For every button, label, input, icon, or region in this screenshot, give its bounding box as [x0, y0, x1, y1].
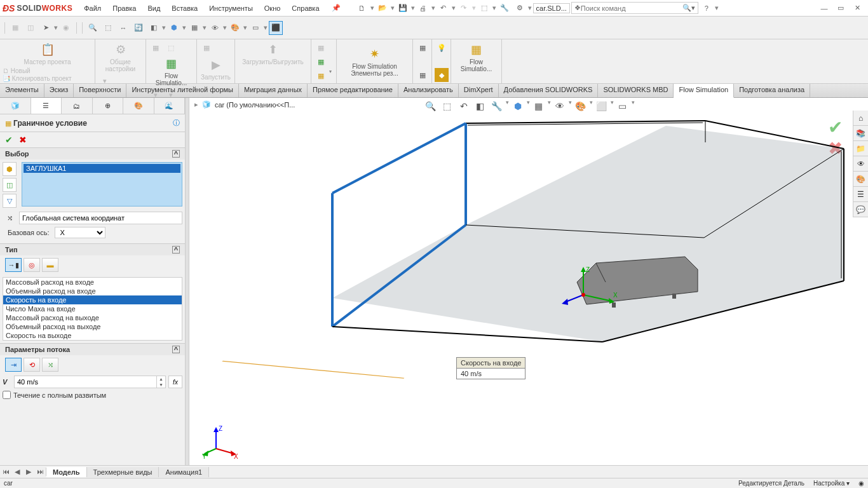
tb-btn-1[interactable]: ▦: [8, 21, 22, 35]
search-input[interactable]: [581, 4, 695, 12]
cancel-button[interactable]: ✖: [19, 135, 27, 145]
dyn-anno-icon[interactable]: 🔧: [489, 99, 505, 113]
bc-opt-6[interactable]: Скорость на выходе: [3, 331, 182, 340]
flyout-tree[interactable]: ▸ 🧊 car (По умолчанию<<П...: [194, 100, 295, 109]
3d-viewport[interactable]: ▸ 🧊 car (По умолчанию<<П... 🔍 ⬚ ↶ ◧ 🔧▾ ⬢…: [189, 98, 868, 465]
hide-show-hu-icon[interactable]: 👁: [552, 99, 567, 113]
scene-hu-icon[interactable]: ⬜: [594, 99, 609, 113]
ribbon-small-a[interactable]: ▦: [416, 41, 430, 55]
bc-type-flow-in[interactable]: →▮: [5, 258, 22, 272]
orientation-triad[interactable]: Z X Y: [202, 422, 240, 460]
tab-nav-next[interactable]: ▶: [23, 468, 34, 476]
flow-sim-button[interactable]: ▦Flow Simulatio...: [149, 55, 194, 88]
bc-opt-2[interactable]: Скорость на входе: [3, 295, 182, 304]
perspective-icon[interactable]: ⬛: [269, 21, 283, 35]
tab-nav-first[interactable]: ⏮: [0, 468, 11, 476]
help-icon[interactable]: ?: [700, 1, 714, 15]
selection-section-header[interactable]: Выбор ^: [0, 148, 185, 159]
bottom-tab-animation[interactable]: Анимация1: [159, 467, 209, 477]
menu-help[interactable]: Справка: [287, 3, 324, 14]
tab-evaluate[interactable]: Анализировать: [398, 84, 459, 97]
boundary-callout[interactable]: Скорость на входе 40 m/s: [456, 357, 526, 379]
tab-nav-prev[interactable]: ◀: [11, 468, 23, 476]
flow-dir-normal[interactable]: ⇥: [5, 358, 22, 372]
flow-dir-3d[interactable]: ⤭: [42, 358, 58, 372]
ribbon-small-b[interactable]: ▦: [416, 68, 430, 82]
hide-show-icon[interactable]: 👁: [208, 21, 222, 35]
scene-icon[interactable]: 🎨: [228, 21, 242, 35]
tab-features[interactable]: Элементы: [0, 84, 44, 97]
selected-face-item[interactable]: ЗАГЛУШКА1: [24, 164, 180, 173]
search-icon[interactable]: 🔍▾: [682, 4, 695, 12]
section-icon[interactable]: ◧: [147, 21, 161, 35]
collapse-icon[interactable]: ^: [172, 346, 180, 353]
pin-icon[interactable]: 📌: [330, 2, 342, 14]
menu-window[interactable]: Окно: [259, 3, 286, 14]
undo-icon[interactable]: ↶: [437, 1, 451, 15]
type-section-header[interactable]: Тип ^: [0, 244, 185, 255]
tb-btn-2[interactable]: ◫: [24, 21, 37, 35]
tab-migration[interactable]: Миграция данных: [239, 84, 308, 97]
bottom-tab-3dviews[interactable]: Трехмерные виды: [87, 467, 159, 477]
coord-system-input[interactable]: [19, 212, 182, 224]
flow-dir-swirl[interactable]: ⟲: [24, 358, 40, 372]
fully-developed-checkbox[interactable]: [3, 391, 11, 399]
prop-tab-flow[interactable]: 🌊: [154, 98, 186, 114]
tab-nav-last[interactable]: ⏭: [34, 468, 46, 476]
redo-icon[interactable]: ↷: [457, 1, 471, 15]
zoom-area-hu-icon[interactable]: ⬚: [440, 99, 455, 113]
zoom-area-icon[interactable]: ⬚: [101, 21, 115, 35]
select-icon[interactable]: ⬚: [477, 1, 491, 15]
spin-up[interactable]: ▲: [157, 376, 165, 382]
options-icon[interactable]: ⚙: [513, 1, 527, 15]
tab-flow-simulation[interactable]: Flow Simulation: [674, 84, 734, 98]
tab-sketch[interactable]: Эскиз: [44, 84, 74, 97]
tab-addins[interactable]: Добавления SOLIDWORKS: [499, 84, 599, 97]
status-icon[interactable]: ◉: [858, 480, 864, 487]
axis-dropdown[interactable]: X: [55, 227, 105, 238]
bc-opt-1[interactable]: Объемный расход на входе: [3, 287, 182, 295]
zoom-fit-hu-icon[interactable]: 🔍: [423, 99, 438, 113]
section-hu-icon[interactable]: ◧: [473, 99, 488, 113]
zoom-fit-icon[interactable]: 🔍: [86, 21, 100, 35]
bc-opt-3[interactable]: Число Маха на входе: [3, 304, 182, 313]
document-dropdown[interactable]: car.SLD...: [533, 3, 570, 13]
command-search[interactable]: ❖ 🔍▾: [571, 2, 698, 14]
menu-view[interactable]: Вид: [142, 3, 165, 14]
tab-direct-edit[interactable]: Прямое редактирование: [308, 84, 398, 97]
edge-filter-icon[interactable]: ◫: [3, 178, 17, 192]
menu-tools[interactable]: Инструменты: [204, 3, 258, 14]
flow-sim-tools-button[interactable]: ▦Flow Simulatio...: [454, 41, 499, 74]
restore-button[interactable]: ▭: [832, 1, 849, 15]
lightbulb-icon[interactable]: 💡: [435, 41, 449, 55]
cube-yellow-icon[interactable]: ◆: [435, 68, 449, 82]
status-custom[interactable]: Настройка ▾: [813, 480, 850, 487]
new-doc-icon[interactable]: 🗋: [355, 1, 369, 15]
prop-tab-config[interactable]: 🗂: [62, 98, 93, 114]
bc-opt-5[interactable]: Объемный расход на выходе: [3, 322, 182, 331]
flow-results-button[interactable]: ✷Flow Simulation Элементы рез...: [339, 45, 410, 78]
tab-analysis-prep[interactable]: Подготовка анализа: [734, 84, 810, 97]
bc-type-wall[interactable]: ▬: [42, 258, 58, 272]
prop-tab-dimxpert[interactable]: ⊕: [93, 98, 124, 114]
tb-btn-3[interactable]: ◉: [59, 21, 73, 35]
prop-tab-feature-tree[interactable]: 🧊: [0, 98, 31, 114]
print-icon[interactable]: 🖨: [416, 1, 430, 15]
display-hu-icon[interactable]: ▦: [531, 99, 546, 113]
prop-tab-display[interactable]: 🎨: [123, 98, 154, 114]
tab-mold[interactable]: Инструменты литейной формы: [126, 84, 239, 97]
help-bubble-icon[interactable]: ⓘ: [173, 118, 180, 128]
menu-insert[interactable]: Вставка: [166, 3, 203, 14]
face-filter-icon[interactable]: ⬢: [3, 162, 17, 176]
tab-mbd[interactable]: SOLIDWORKS MBD: [598, 84, 674, 97]
fx-button[interactable]: fx: [168, 376, 182, 388]
tab-surfaces[interactable]: Поверхности: [74, 84, 126, 97]
open-icon[interactable]: 📂: [376, 1, 390, 15]
view-orient-icon[interactable]: ⬢: [167, 21, 181, 35]
render-icon[interactable]: ▭: [248, 21, 262, 35]
prev-view-icon[interactable]: ↶: [456, 99, 471, 113]
spin-down[interactable]: ▼: [157, 382, 165, 388]
close-button[interactable]: ✕: [849, 1, 865, 15]
selection-list[interactable]: ЗАГЛУШКА1: [22, 162, 182, 207]
view-settings-icon[interactable]: ▭: [615, 99, 630, 113]
